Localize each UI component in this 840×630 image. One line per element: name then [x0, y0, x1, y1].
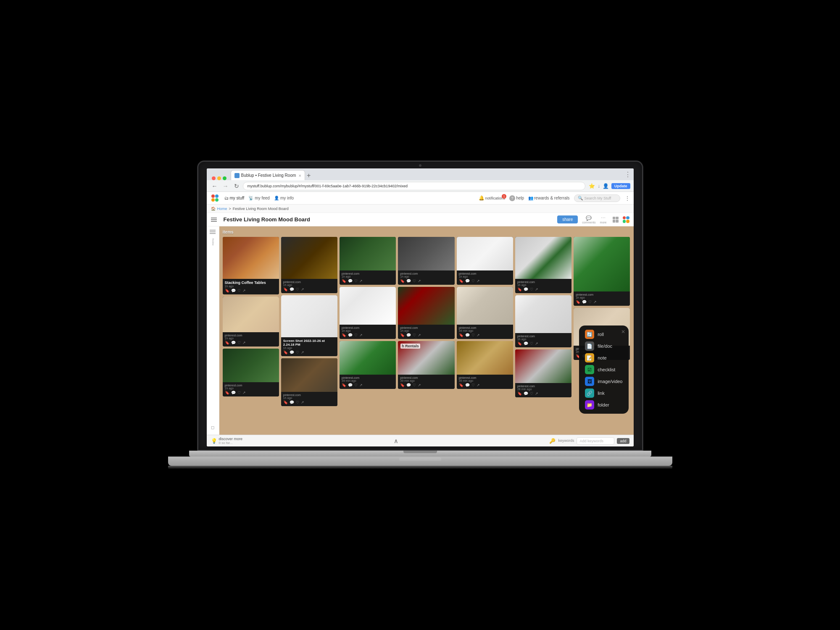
- card3-heart[interactable]: ♡: [237, 391, 241, 395]
- chrome-nav-row: ← → ↻ mystuff.bublup.com/mybublup/#/myst…: [207, 180, 634, 192]
- panel-close-btn[interactable]: ✕: [621, 329, 625, 335]
- add-keyword-btn[interactable]: add: [617, 438, 629, 444]
- card-comment-icon[interactable]: 💬: [231, 289, 236, 293]
- nav-my-info[interactable]: 👤 my info: [274, 196, 294, 200]
- left-sidebar: menu ◻: [207, 226, 219, 435]
- sidebar-menu-icon[interactable]: [210, 230, 216, 234]
- scroll-up-btn[interactable]: ∧: [394, 438, 398, 444]
- browser-window: Bublup • Festive Living Room... × + ⋮ ← …: [207, 168, 634, 446]
- panel-note-item[interactable]: 📝 note: [585, 353, 622, 362]
- card-white-sofa[interactable]: pinterest.com 1h ago 🔖 💬 ♡ ↗: [340, 287, 396, 339]
- card-christmas-items-2[interactable]: pinterest.com 28 min ago 🔖 💬 ♡ ↗: [515, 349, 571, 397]
- breadcrumb-home[interactable]: Home: [217, 207, 227, 211]
- card-wreath[interactable]: pinterest.com 1h ago 🔖 💬 ♡ ↗: [398, 287, 454, 339]
- board-col-5: pinterest.com 1h ago 🔖 💬 ♡ ↗: [457, 237, 513, 389]
- card2-share[interactable]: ↗: [242, 341, 246, 345]
- card-xmas-tree-2[interactable]: pinterest.com 1h ago 🔖 💬 ♡ ↗: [574, 237, 630, 306]
- card-fireplace2[interactable]: pinterest.com 1h ago 🔖 💬 ♡ ↗: [515, 295, 571, 347]
- discover-more-btn[interactable]: 💡 discover more 0 so far...: [211, 437, 243, 445]
- panel-link-item[interactable]: 🔗 link: [585, 388, 622, 398]
- nav-my-stuff[interactable]: 🗂 my stuff: [224, 196, 245, 200]
- card-xmas-tree-1[interactable]: pinterest.com 1h ago 🔖 💬 ♡ ↗: [515, 237, 571, 293]
- main-toolbar: Festive Living Room Mood Board share 💬 c…: [207, 213, 634, 226]
- card2-heart[interactable]: ♡: [237, 341, 241, 345]
- address-bar[interactable]: mystuff.bublup.com/mybublup/#/mystuff/00…: [243, 182, 585, 190]
- keywords-section: 🔑 keywords Add keywords add: [549, 437, 629, 445]
- board-col-6: pinterest.com 1h ago 🔖 💬 ♡ ↗: [515, 237, 571, 397]
- nav-forward-btn[interactable]: →: [221, 183, 230, 189]
- items-label: items: [223, 230, 630, 234]
- page-title: Festive Living Room Mood Board: [224, 216, 553, 223]
- panel-checklist-item[interactable]: ☑ checklist: [585, 365, 622, 374]
- right-panel-popup: ✕ 🔄 roll 📄 file/doc 📝 note: [579, 326, 628, 414]
- bottom-bar: 💡 discover more 0 so far... ∧ 🔑 keywords: [207, 435, 634, 446]
- panel-imagevideo-item[interactable]: 🖼 image/video: [585, 377, 622, 386]
- card-mirror[interactable]: pinterest.com 1h ago 🔖 💬 ♡ ↗: [281, 358, 337, 406]
- card-xmas-tree-3[interactable]: pinterest.com 39 min ago 🔖 💬 ♡ ↗: [340, 341, 396, 389]
- card3-comment[interactable]: 💬: [231, 391, 236, 395]
- card-bookmark-icon[interactable]: 🔖: [225, 289, 229, 293]
- card-pillow[interactable]: pinterest.com 34 min ago 🔖 💬 ♡ ↗: [457, 287, 513, 339]
- card-candles[interactable]: pinterest.com 1h ago 🔖 💬 ♡ ↗: [281, 237, 337, 293]
- panel-folder-item[interactable]: 📁 folder: [585, 400, 622, 410]
- rewards-btn[interactable]: 👥 rewards & referrals: [528, 196, 569, 200]
- content-area: menu ◻ items: [207, 226, 634, 435]
- tab-close-btn[interactable]: ×: [299, 173, 301, 178]
- board-area: items Stacking Coffee Tables 1: [219, 226, 634, 435]
- sidebar-menu-label: menu: [211, 238, 214, 246]
- card-actions: 🔖 💬 ♡ ↗: [225, 289, 277, 293]
- keywords-icon: 🔑: [549, 438, 556, 444]
- card-stacking-tables[interactable]: Stacking Coffee Tables 1h ago 🔖 💬 ♡ ↗: [223, 237, 279, 294]
- color-dots-btn[interactable]: [623, 216, 629, 223]
- card-heart-icon[interactable]: ♡: [237, 289, 241, 293]
- notifications-btn[interactable]: 🔔 1 notifications: [479, 195, 506, 201]
- card-greenery-1[interactable]: pinterest.com 1h ago 🔖 💬 ♡ ↗: [223, 349, 279, 396]
- app-header: 🗂 my stuff 📡 my feed 👤 my info 🔔: [207, 192, 634, 205]
- browser-tab[interactable]: Bublup • Festive Living Room... ×: [231, 170, 305, 180]
- new-tab-btn[interactable]: +: [307, 172, 311, 179]
- nav-my-feed[interactable]: 📡 my feed: [248, 196, 270, 200]
- board-col-2: pinterest.com 1h ago 🔖 💬 ♡ ↗: [281, 237, 337, 406]
- panel-roll-item[interactable]: 🔄 roll: [585, 330, 622, 339]
- nav-refresh-btn[interactable]: ↻: [232, 183, 241, 189]
- card-time: 1h ago: [225, 285, 277, 288]
- board-col-1: Stacking Coffee Tables 1h ago 🔖 💬 ♡ ↗: [223, 237, 279, 396]
- card-living-room-1[interactable]: pinterest.com 1h ago 🔖 💬 ♡ ↗: [223, 297, 279, 346]
- keywords-label: keywords: [558, 438, 574, 443]
- card-round-table[interactable]: pinterest.com 35 min ago 🔖 💬 ♡ ↗: [457, 341, 513, 389]
- card2-comment[interactable]: 💬: [231, 341, 236, 345]
- chrome-tab-bar: Bublup • Festive Living Room... × + ⋮: [207, 168, 634, 180]
- card-screenshot[interactable]: Screen Shot 2022-10-26 at 2.24.18 PM 1h …: [281, 295, 337, 356]
- help-btn[interactable]: ? help: [509, 195, 524, 201]
- panel-filedoc-item[interactable]: 📄 file/doc: [585, 341, 622, 351]
- card2-bookmark[interactable]: 🔖: [225, 341, 229, 345]
- app-logo[interactable]: [210, 193, 220, 203]
- grid-view-btn[interactable]: [613, 217, 619, 223]
- board-col-3: pinterest.com 1h ago 🔖 💬 ♡ ↗: [340, 237, 396, 389]
- share-button[interactable]: share: [557, 215, 578, 223]
- discover-icon: 💡: [211, 438, 217, 444]
- card-title: Stacking Coffee Tables: [225, 281, 277, 285]
- more-btn[interactable]: ⋯ more: [600, 215, 607, 224]
- keywords-input[interactable]: Add keywords: [577, 437, 614, 445]
- tab-title: Bublup • Festive Living Room...: [241, 173, 296, 178]
- update-button[interactable]: Update: [611, 183, 630, 189]
- breadcrumb: 🏠 Home > Festive Living Room Mood Board: [207, 205, 634, 213]
- card-speaker[interactable]: pinterest.com 1h ago 🔖 💬 ♡ ↗: [398, 237, 454, 285]
- card3-bookmark[interactable]: 🔖: [225, 391, 229, 395]
- sidebar-bottom-icon[interactable]: ◻: [211, 425, 214, 430]
- board-columns: Stacking Coffee Tables 1h ago 🔖 💬 ♡ ↗: [223, 237, 630, 406]
- card-h-rentals[interactable]: h Rentals pinterest.com 39 min ago 🔖 💬: [398, 341, 454, 389]
- search-input[interactable]: 🔍 Search My Stuff: [574, 194, 620, 202]
- left-menu-toggle[interactable]: [211, 218, 217, 222]
- card3-share[interactable]: ↗: [242, 391, 246, 395]
- breadcrumb-current: Festive Living Room Mood Board: [233, 207, 289, 211]
- card-share-icon[interactable]: ↗: [242, 289, 246, 293]
- nav-back-btn[interactable]: ←: [210, 183, 219, 189]
- card-white-trees[interactable]: pinterest.com 1h ago 🔖 💬 ♡ ↗: [457, 237, 513, 285]
- board-col-4: pinterest.com 1h ago 🔖 💬 ♡ ↗: [398, 237, 454, 389]
- card-plant[interactable]: pinterest.com 1h ago 🔖 💬 ♡ ↗: [340, 237, 396, 285]
- comments-btn[interactable]: 💬 comments: [582, 215, 595, 224]
